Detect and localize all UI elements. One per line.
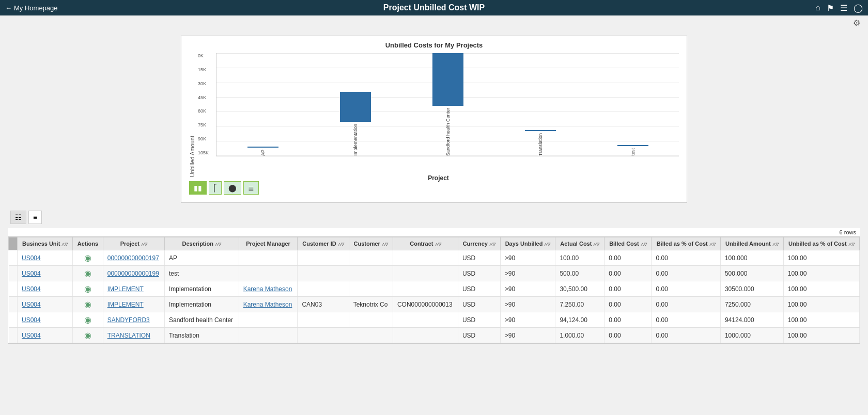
table-row: US004◉TRANSLATIONTranslationUSD>901,000.… <box>9 328 860 343</box>
col-billed-cost[interactable]: Billed Cost △▽ <box>605 237 652 250</box>
billed-pct-cell: 0.00 <box>652 250 720 266</box>
bar[interactable] <box>340 92 371 122</box>
unbilled-pct-cell: 100.00 <box>783 266 859 281</box>
line-chart-button[interactable]: ⎡ <box>209 181 222 195</box>
bar[interactable] <box>617 145 648 146</box>
description-cell: Sandford health Center <box>164 312 239 328</box>
y-label: 75K <box>198 122 216 127</box>
action-cell[interactable]: ◉ <box>73 266 103 281</box>
chart-tools: ▮▮ ⎡ ⬤ ≣ <box>189 181 679 195</box>
action-cell[interactable]: ◉ <box>73 281 103 297</box>
y-label: 45K <box>198 95 216 100</box>
col-days-unbilled[interactable]: Days Unbilled △▽ <box>500 237 555 250</box>
unbilled-amount-cell: 7250.000 <box>720 297 783 312</box>
table-view-button[interactable]: ≣ <box>243 181 259 195</box>
project-manager-cell[interactable]: Karena Matheson <box>239 281 298 297</box>
actual-cost-cell: 100.00 <box>555 250 605 266</box>
customer-cell <box>349 281 393 297</box>
bar-group: Sandford health Center <box>401 53 494 156</box>
business-unit-cell[interactable]: US004 <box>18 297 73 312</box>
days-unbilled-cell: >90 <box>500 328 555 343</box>
business-unit-cell[interactable]: US004 <box>18 281 73 297</box>
y-label: 60K <box>198 108 216 114</box>
expand-cell[interactable] <box>9 312 18 328</box>
project-cell[interactable]: IMPLEMENT <box>103 297 164 312</box>
back-button[interactable]: ← My Homepage <box>5 4 58 12</box>
project-manager-cell[interactable]: Karena Matheson <box>239 297 298 312</box>
flag-icon[interactable]: ⚑ <box>827 3 834 13</box>
expand-cell[interactable] <box>9 250 18 266</box>
action-cell[interactable]: ◉ <box>73 328 103 343</box>
actual-cost-cell: 1,000.00 <box>555 328 605 343</box>
user-icon[interactable]: ◯ <box>854 3 863 13</box>
col-actual-cost[interactable]: Actual Cost △▽ <box>555 237 605 250</box>
expand-column-header <box>9 237 18 250</box>
bar-label: AP <box>260 150 266 156</box>
contract-cell <box>393 266 458 281</box>
col-unbilled-pct[interactable]: Unbilled as % of Cost △▽ <box>783 237 859 250</box>
expand-cell[interactable] <box>9 266 18 281</box>
col-business-unit[interactable]: Business Unit △▽ <box>18 237 73 250</box>
days-unbilled-cell: >90 <box>500 281 555 297</box>
currency-cell: USD <box>458 266 500 281</box>
billed-cost-cell: 0.00 <box>605 297 652 312</box>
expand-cell[interactable] <box>9 297 18 312</box>
bar[interactable] <box>525 130 556 131</box>
settings-row: ⚙ <box>0 15 868 30</box>
col-unbilled-amount[interactable]: Unbilled Amount △▽ <box>720 237 783 250</box>
billed-cost-cell: 0.00 <box>605 328 652 343</box>
billed-pct-cell: 0.00 <box>652 281 720 297</box>
home-icon[interactable]: ⌂ <box>815 3 820 12</box>
billed-pct-cell: 0.00 <box>652 328 720 343</box>
y-label: 90K <box>198 136 216 141</box>
currency-cell: USD <box>458 297 500 312</box>
table-row: US004◉IMPLEMENTImplementationKarena Math… <box>9 297 860 312</box>
bar[interactable] <box>247 147 278 148</box>
col-billed-pct[interactable]: Billed as % of Cost △▽ <box>652 237 720 250</box>
business-unit-cell[interactable]: US004 <box>18 250 73 266</box>
business-unit-cell[interactable]: US004 <box>18 312 73 328</box>
list-view-button[interactable]: ≡ <box>28 211 42 224</box>
project-cell[interactable]: 000000000000197 <box>103 250 164 266</box>
bar[interactable] <box>432 53 463 106</box>
project-cell[interactable]: IMPLEMENT <box>103 281 164 297</box>
business-unit-cell[interactable]: US004 <box>18 266 73 281</box>
col-currency[interactable]: Currency △▽ <box>458 237 500 250</box>
grid-view-button[interactable]: ☷ <box>10 211 26 224</box>
gear-button[interactable]: ⚙ <box>853 18 860 28</box>
chart-container: Unbilled Costs for My Projects Unbilled … <box>181 36 687 203</box>
customer-id-cell <box>298 266 349 281</box>
table-row: US004◉000000000000199testUSD>90500.000.0… <box>9 266 860 281</box>
menu-icon[interactable]: ☰ <box>840 3 847 13</box>
col-description[interactable]: Description △▽ <box>164 237 239 250</box>
col-customer-id[interactable]: Customer ID △▽ <box>298 237 349 250</box>
currency-cell: USD <box>458 281 500 297</box>
expand-cell[interactable] <box>9 328 18 343</box>
unbilled-amount-cell: 1000.000 <box>720 328 783 343</box>
business-unit-cell[interactable]: US004 <box>18 328 73 343</box>
pie-chart-button[interactable]: ⬤ <box>224 181 241 195</box>
action-cell[interactable]: ◉ <box>73 312 103 328</box>
bar-group: test <box>586 53 679 156</box>
action-cell[interactable]: ◉ <box>73 297 103 312</box>
expand-cell[interactable] <box>9 281 18 297</box>
contract-cell <box>393 312 458 328</box>
bar-chart-button[interactable]: ▮▮ <box>189 181 207 195</box>
unbilled-amount-cell: 94124.000 <box>720 312 783 328</box>
description-cell: test <box>164 266 239 281</box>
project-cell[interactable]: SANDYFORD3 <box>103 312 164 328</box>
contract-cell <box>393 250 458 266</box>
bar-group: AP <box>216 53 309 156</box>
table-header-row: Business Unit △▽ Actions Project △▽ Desc… <box>9 237 860 250</box>
unbilled-amount-cell: 500.000 <box>720 266 783 281</box>
unbilled-pct-cell: 100.00 <box>783 328 859 343</box>
action-cell[interactable]: ◉ <box>73 250 103 266</box>
project-cell[interactable]: 000000000000199 <box>103 266 164 281</box>
col-project-manager[interactable]: Project Manager <box>239 237 298 250</box>
col-customer[interactable]: Customer △▽ <box>349 237 393 250</box>
contract-cell: CON000000000013 <box>393 297 458 312</box>
x-axis-title: Project <box>198 174 679 182</box>
col-contract[interactable]: Contract △▽ <box>393 237 458 250</box>
project-cell[interactable]: TRANSLATION <box>103 328 164 343</box>
col-project[interactable]: Project △▽ <box>103 237 164 250</box>
